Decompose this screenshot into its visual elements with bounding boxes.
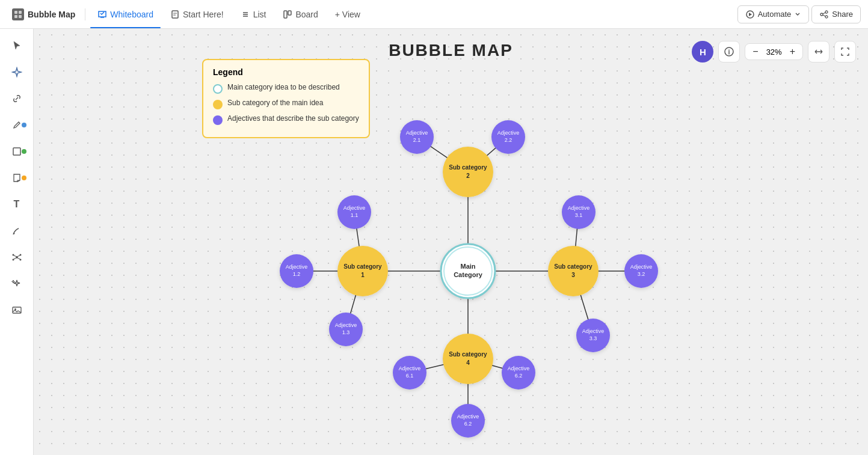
svg-point-10 — [825, 16, 828, 18]
share-button[interactable]: Share — [811, 5, 861, 23]
zoom-value: 32% — [763, 47, 785, 56]
svg-text:6.2: 6.2 — [515, 373, 523, 379]
tab-view[interactable]: + View — [328, 6, 368, 23]
note-dot — [22, 176, 26, 180]
svg-point-12 — [16, 256, 18, 258]
svg-rect-6 — [288, 11, 291, 15]
canvas-controls: H − 32% + — [692, 41, 856, 63]
zoom-in-button[interactable]: + — [787, 46, 798, 57]
nav-divider — [85, 8, 85, 20]
start-here-tab-label: Start Here! — [183, 10, 224, 19]
svg-text:Sub category: Sub category — [449, 164, 487, 171]
automate-label: Automate — [758, 10, 792, 19]
tab-start-here[interactable]: Start Here! — [163, 6, 231, 23]
fullscreen-icon — [840, 47, 850, 56]
pen-tool[interactable] — [5, 113, 29, 137]
svg-rect-0 — [14, 11, 17, 14]
note-tool[interactable] — [5, 166, 29, 190]
sparkle-icon — [11, 67, 22, 78]
svg-rect-2 — [14, 15, 17, 18]
svg-text:Adjective: Adjective — [286, 264, 308, 270]
zoom-out-button[interactable]: − — [750, 46, 760, 57]
svg-text:Adjective: Adjective — [508, 365, 530, 371]
svg-point-42 — [443, 147, 493, 197]
svg-rect-4 — [172, 11, 178, 18]
tab-list[interactable]: List — [233, 6, 274, 23]
share-icon — [819, 10, 829, 19]
svg-text:1.2: 1.2 — [293, 271, 301, 277]
canvas-area[interactable]: H − 32% + — [34, 29, 868, 455]
svg-text:3: 3 — [571, 272, 575, 278]
whiteboard-tab-label: Whiteboard — [110, 10, 153, 19]
text-tool[interactable]: T — [5, 192, 29, 216]
pencil-icon — [11, 225, 22, 236]
text-icon: T — [14, 199, 20, 210]
svg-text:Adjective: Adjective — [343, 205, 366, 211]
board-tab-label: Board — [295, 10, 318, 19]
app-logo-icon — [12, 8, 24, 20]
board-icon — [283, 10, 292, 19]
user-avatar[interactable]: H — [692, 41, 713, 63]
ai2-tool[interactable] — [5, 272, 29, 296]
tab-whiteboard[interactable]: Whiteboard — [90, 6, 161, 23]
svg-text:4: 4 — [466, 359, 470, 366]
pen-icon — [11, 120, 22, 130]
tab-board[interactable]: Board — [275, 6, 325, 23]
share-label: Share — [832, 10, 853, 19]
link-icon — [11, 93, 22, 104]
doc-icon — [170, 10, 180, 19]
info-icon — [724, 46, 734, 57]
info-button[interactable] — [718, 41, 740, 63]
image-icon — [11, 305, 22, 316]
svg-text:2.2: 2.2 — [505, 137, 512, 143]
network-icon — [11, 252, 22, 263]
note-icon — [11, 173, 22, 183]
rect-icon — [11, 146, 22, 157]
fit-width-button[interactable] — [808, 41, 830, 63]
svg-text:1: 1 — [361, 272, 365, 278]
magic-icon — [11, 278, 22, 289]
svg-text:1.3: 1.3 — [342, 329, 350, 335]
svg-text:Adjective: Adjective — [630, 264, 653, 270]
fullscreen-button[interactable] — [834, 41, 856, 63]
select-tool[interactable] — [5, 34, 29, 58]
svg-text:Main: Main — [460, 263, 475, 270]
list-tab-label: List — [253, 10, 266, 19]
svg-text:2.1: 2.1 — [413, 137, 421, 143]
svg-text:3.3: 3.3 — [589, 335, 597, 341]
list-icon — [241, 10, 250, 19]
mind-map-tool[interactable] — [5, 245, 29, 269]
svg-text:Adjective: Adjective — [497, 130, 520, 136]
fit-width-icon — [814, 47, 823, 56]
svg-rect-11 — [13, 148, 20, 155]
ai-tool[interactable] — [5, 60, 29, 84]
svg-text:3.2: 3.2 — [638, 271, 645, 277]
svg-text:1.1: 1.1 — [351, 212, 359, 218]
svg-rect-5 — [284, 11, 287, 18]
svg-text:Sub category: Sub category — [449, 351, 487, 358]
left-sidebar: T — [0, 29, 34, 455]
svg-text:Adjective: Adjective — [406, 130, 428, 136]
app-logo: Bubble Map — [7, 6, 80, 23]
shape-tool[interactable] — [5, 139, 29, 163]
svg-text:6.1: 6.1 — [406, 373, 414, 379]
svg-text:Category: Category — [454, 271, 483, 278]
svg-text:Adjective: Adjective — [335, 322, 357, 328]
app-title: Bubble Map — [28, 10, 75, 19]
svg-point-39 — [337, 246, 388, 296]
zoom-control: − 32% + — [745, 43, 803, 60]
svg-text:Adjective: Adjective — [568, 205, 590, 211]
image-tool[interactable] — [5, 298, 29, 322]
link-tool[interactable] — [5, 87, 29, 111]
chevron-down-icon — [794, 11, 801, 18]
svg-text:Sub category: Sub category — [343, 263, 382, 270]
svg-text:3.1: 3.1 — [575, 212, 583, 218]
draw-tool[interactable] — [5, 219, 29, 243]
cursor-icon — [11, 40, 22, 51]
svg-point-8 — [825, 11, 828, 13]
svg-rect-1 — [19, 11, 22, 14]
bubble-map-svg: Main Category Sub category 1 Sub categor… — [34, 29, 868, 455]
svg-rect-3 — [19, 15, 22, 18]
svg-text:6.2: 6.2 — [464, 421, 472, 427]
automate-button[interactable]: Automate — [737, 5, 810, 23]
